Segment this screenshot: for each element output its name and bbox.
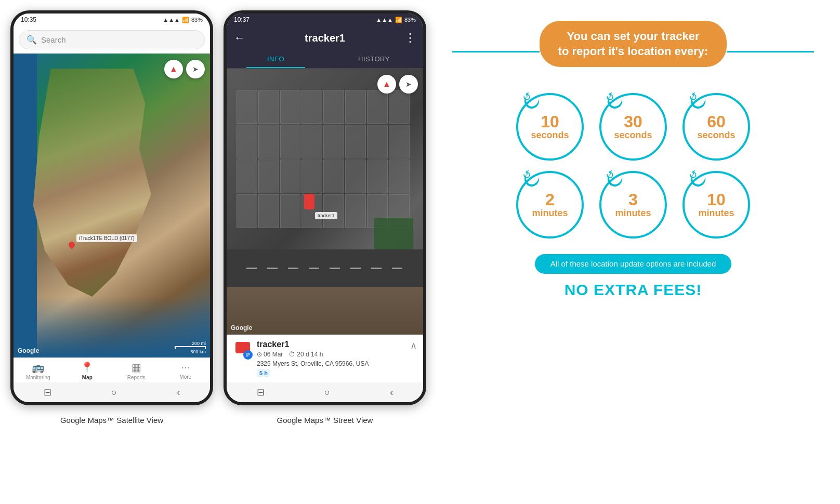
meta-duration: ⏱ 20 d 14 h <box>289 351 323 358</box>
circles-grid: ↺ 10 seconds ↺ 30 seconds ↺ 60 seconds ↺… <box>516 93 750 238</box>
share-button-2[interactable]: ➤ <box>399 75 418 94</box>
circle-number-2: 30 <box>624 113 642 130</box>
scale-bar: 200 mi 500 km <box>175 341 206 354</box>
compass-button[interactable]: ▲ <box>164 60 183 78</box>
trees-area <box>374 218 414 249</box>
info-panel-left: P tracker1 ⊙ 06 Mar ⏱ 20 d 14 h <box>233 340 369 377</box>
nav-monitoring[interactable]: 🚌 Monitoring <box>22 361 54 380</box>
circle-30sec: ↺ 30 seconds <box>599 93 667 161</box>
arrow-icon-4: ↺ <box>520 168 534 183</box>
share-icon-2: ➤ <box>405 80 412 88</box>
bottom-nav-1: 🚌 Monitoring 📍 Map ▦ Reports ··· More <box>14 357 210 382</box>
back-button[interactable]: ← <box>234 31 245 45</box>
infographic-title-box: You can set your tracker to report it's … <box>540 21 727 67</box>
building-bottom <box>227 287 423 335</box>
tab-info[interactable]: INFO <box>227 50 325 68</box>
compass-button-2[interactable]: ▲ <box>377 75 396 94</box>
tracker-meta: ⊙ 06 Mar ⏱ 20 d 14 h <box>257 351 369 358</box>
clock-icon: ⊙ <box>257 351 262 358</box>
aerial-map-area[interactable]: tracker1 ▲ ➤ Google <box>227 69 423 335</box>
tracker-info-text: tracker1 ⊙ 06 Mar ⏱ 20 d 14 h 2325 Mye <box>257 340 369 377</box>
share-button[interactable]: ➤ <box>186 60 205 78</box>
sys-back-button[interactable]: ‹ <box>177 387 180 398</box>
nav-reports[interactable]: ▦ Reports <box>121 361 152 380</box>
arrow-icon-2: ↺ <box>603 90 617 105</box>
signal-icon-2: ▲▲▲ <box>376 17 393 23</box>
timer-icon: ⏱ <box>289 351 295 358</box>
share-icon: ➤ <box>192 65 199 73</box>
status-bar-1: 10:35 ▲▲▲ 📶 83% <box>14 14 210 26</box>
nav-more[interactable]: ··· More <box>170 361 201 380</box>
sys-back-button-2[interactable]: ‹ <box>390 387 393 398</box>
compass-icon: ▲ <box>169 64 178 74</box>
tracker-p-badge: P <box>243 350 253 360</box>
circle-number-6: 10 <box>707 191 726 208</box>
compass-icon-2: ▲ <box>383 79 391 89</box>
tracker-label: iTrack1TE BOLD (0177) <box>76 234 137 242</box>
sys-home-button[interactable]: ○ <box>111 387 117 398</box>
chevron-up-icon[interactable]: ∧ <box>410 340 417 351</box>
arrow-icon-3: ↺ <box>686 90 700 105</box>
circle-number-4: 2 <box>545 191 555 208</box>
phone1-wrapper: 10:35 ▲▲▲ 📶 83% 🔍 Search <box>10 10 213 425</box>
signal-icon-1: ▲▲▲ <box>163 17 180 23</box>
search-input-row[interactable]: 🔍 Search <box>19 30 205 49</box>
sys-recents-button-2[interactable]: ⊟ <box>257 387 265 398</box>
included-banner: All of these location update options are… <box>535 254 732 274</box>
scale-200mi: 200 mi <box>192 341 206 346</box>
circle-3min: ↺ 3 minutes <box>599 171 667 238</box>
circle-unit-3: seconds <box>697 130 735 141</box>
title-line-right <box>727 51 814 52</box>
phone2-wrapper: 10:37 ▲▲▲ 📶 83% ← tracker1 ⋮ INFO HISTOR… <box>224 10 426 425</box>
status-bar-2: 10:37 ▲▲▲ 📶 83% <box>227 14 423 26</box>
search-placeholder[interactable]: Search <box>41 35 66 44</box>
phone2-caption: Google Maps™ Street View <box>277 416 373 425</box>
more-label: More <box>179 374 191 380</box>
info-panel: P tracker1 ⊙ 06 Mar ⏱ 20 d 14 h <box>227 335 423 382</box>
aerial-bg: tracker1 <box>227 69 423 335</box>
reports-icon: ▦ <box>132 361 141 374</box>
satellite-map-area[interactable]: iTrack1TE BOLD (0177) ▲ ➤ Google 200 mi … <box>14 54 210 357</box>
more-button[interactable]: ⋮ <box>404 31 416 45</box>
circle-60sec: ↺ 60 seconds <box>682 93 750 161</box>
wifi-icon-1: 📶 <box>182 17 189 23</box>
tracker1-map-label: tracker1 <box>315 212 337 219</box>
map-icon: 📍 <box>81 361 94 374</box>
wifi-icon-2: 📶 <box>395 17 402 23</box>
map-label: Map <box>82 375 93 380</box>
tracker-icon-box: P <box>233 340 253 360</box>
circle-2min: ↺ 2 minutes <box>516 171 584 238</box>
car-icon <box>304 194 314 209</box>
land-mass <box>33 69 151 297</box>
phone2: 10:37 ▲▲▲ 📶 83% ← tracker1 ⋮ INFO HISTOR… <box>224 10 426 405</box>
status-icons-2: ▲▲▲ 📶 83% <box>376 17 416 23</box>
phone1-caption: Google Maps™ Satellite View <box>60 416 163 425</box>
title-line-left <box>452 51 540 52</box>
satellite-map: iTrack1TE BOLD (0177) ▲ ➤ Google 200 mi … <box>14 54 210 357</box>
circle-number-5: 3 <box>628 191 638 208</box>
sys-recents-button[interactable]: ⊟ <box>44 387 51 398</box>
search-bar[interactable]: 🔍 Search <box>14 26 210 54</box>
arrow-icon-1: ↺ <box>520 90 534 105</box>
circle-unit-1: seconds <box>531 130 569 141</box>
monitoring-icon: 🚌 <box>32 361 45 374</box>
circle-unit-5: minutes <box>615 208 651 219</box>
date-value: 06 Mar <box>264 351 283 358</box>
tabs-bar: INFO HISTORY <box>227 50 423 69</box>
infographic-title-line2: to report it's location every: <box>558 44 708 59</box>
circle-10sec: ↺ 10 seconds <box>516 93 584 161</box>
included-text: All of these location update options are… <box>550 259 716 268</box>
sys-home-button-2[interactable]: ○ <box>324 387 330 398</box>
meta-date: ⊙ 06 Mar <box>257 351 283 358</box>
battery-2: 83% <box>404 17 416 23</box>
infographic: You can set your tracker to report it's … <box>437 10 830 309</box>
tab-history[interactable]: HISTORY <box>325 50 423 68</box>
arrow-icon-6: ↺ <box>686 168 700 183</box>
tracker-name: tracker1 <box>257 340 369 349</box>
page-title: tracker1 <box>305 32 345 44</box>
sys-nav-1: ⊟ ○ ‹ <box>14 382 210 402</box>
nav-map[interactable]: 📍 Map <box>72 361 103 380</box>
duration-value: 20 d 14 h <box>297 351 323 358</box>
more-icon: ··· <box>181 361 190 373</box>
status-time-2: 10:37 <box>234 16 250 23</box>
